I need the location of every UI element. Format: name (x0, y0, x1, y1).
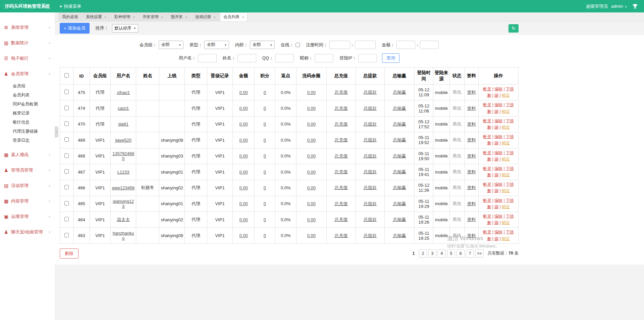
amount-link[interactable]: 0.00 (239, 90, 248, 95)
sidebar-item-activity-manage[interactable]: ▤活动管理∨ (0, 178, 55, 193)
op-delete-link[interactable]: 删 (487, 188, 491, 193)
op-delete-link[interactable]: 删 (487, 109, 491, 114)
op-account-change-link[interactable]: 帐变 (483, 182, 491, 187)
op-lock-link[interactable]: 锁定 (502, 236, 510, 241)
op-account-change-link[interactable]: 帐变 (483, 102, 491, 107)
op-lock-link[interactable]: 锁定 (502, 204, 510, 209)
profile-link[interactable]: 资料 (467, 106, 476, 111)
page-button-4[interactable]: 4 (438, 249, 446, 258)
row-checkbox[interactable] (64, 106, 69, 110)
winloss-link[interactable]: 总输赢 (393, 137, 406, 142)
wash-balance-link[interactable]: 0.00 (307, 106, 316, 111)
winloss-link[interactable]: 总输赢 (393, 185, 406, 190)
wash-balance-link[interactable]: 0.00 (307, 201, 316, 206)
row-checkbox[interactable] (64, 233, 69, 237)
username-link[interactable]: 1357924680 (112, 151, 134, 161)
amount-link[interactable]: 0.00 (239, 153, 248, 158)
sidebar-item-admin-manage[interactable]: ♟管理员管理∨ (0, 163, 55, 178)
sidebar-subitem-account-change-log[interactable]: 账变记录 (0, 109, 55, 118)
profile-link[interactable]: 资料 (467, 169, 476, 174)
op-delete-link[interactable]: 删 (487, 125, 491, 130)
sidebar-collapse-handle[interactable]: ‹ (55, 126, 58, 138)
page-button-3[interactable]: 3 (428, 249, 436, 258)
page-button-2[interactable]: 2 (419, 249, 427, 258)
amount-link[interactable]: 0.00 (239, 185, 248, 190)
op-subordinate-link[interactable]: 下级 (506, 230, 514, 234)
withdraw-link[interactable]: 总提款 (364, 137, 377, 142)
points-link[interactable]: 0 (264, 233, 266, 238)
qq-input[interactable] (275, 54, 294, 62)
op-subordinate-link[interactable]: 下级 (506, 182, 514, 187)
page-button-6[interactable]: 6 (457, 249, 465, 258)
op-account-change-link[interactable]: 帐变 (483, 230, 491, 234)
amount-link[interactable]: 0.00 (239, 138, 248, 143)
login-ip-input[interactable] (358, 54, 377, 62)
op-account-change-link[interactable]: 帐变 (483, 87, 491, 91)
row-checkbox[interactable] (64, 90, 69, 94)
sidebar-item-content-manage[interactable]: ▩内容管理∨ (0, 193, 55, 209)
row-checkbox[interactable] (64, 169, 69, 174)
recharge-link[interactable]: 总充值 (334, 233, 347, 238)
online-checkbox[interactable] (296, 43, 300, 47)
recharge-link[interactable]: 总充值 (334, 185, 347, 190)
member-group-select[interactable]: 全部 ▾ (159, 41, 183, 49)
op-delete-link[interactable]: 删 (487, 204, 491, 209)
nickname-input[interactable] (315, 54, 333, 62)
op-delete-link[interactable]: 删 (487, 141, 491, 145)
op-kick-link[interactable]: 踢 (494, 141, 498, 145)
recharge-link[interactable]: 总充值 (334, 122, 347, 127)
op-edit-link[interactable]: 编辑 (494, 87, 502, 91)
wash-balance-link[interactable]: 0.00 (307, 122, 316, 127)
points-link[interactable]: 0 (264, 122, 266, 127)
profile-link[interactable]: 资料 (467, 137, 476, 142)
profile-link[interactable]: 资料 (467, 122, 476, 127)
op-edit-link[interactable]: 编辑 (494, 119, 502, 123)
withdraw-link[interactable]: 总提款 (364, 233, 377, 238)
wash-balance-link[interactable]: 0.00 (307, 185, 316, 190)
op-delete-link[interactable]: 删 (487, 236, 491, 241)
page-button-5[interactable]: 5 (447, 249, 455, 258)
select-all-checkbox[interactable] (64, 73, 69, 78)
recharge-link[interactable]: 总充值 (334, 90, 347, 95)
op-edit-link[interactable]: 编辑 (494, 198, 502, 203)
winloss-link[interactable]: 总输赢 (393, 106, 406, 111)
sidebar-item-live-video[interactable]: ▦真人视讯∨ (0, 147, 55, 163)
internal-select[interactable]: 全部 ▾ (250, 41, 275, 49)
sidebar-subitem-bank-info[interactable]: 银行信息 (0, 118, 55, 127)
reg-time-start-input[interactable] (329, 41, 350, 49)
op-edit-link[interactable]: 编辑 (494, 166, 502, 171)
username-link[interactable]: hanzhankuo (113, 231, 134, 241)
op-kick-link[interactable]: 踢 (494, 220, 498, 225)
username-link[interactable]: jiaye520 (115, 138, 131, 143)
tab-desktop[interactable]: 我的桌面 (59, 12, 82, 21)
row-checkbox[interactable] (64, 153, 69, 158)
amount-link[interactable]: 0.00 (239, 106, 248, 111)
name-input[interactable] (237, 54, 256, 62)
points-link[interactable]: 0 (264, 201, 266, 206)
points-link[interactable]: 0 (264, 170, 266, 175)
row-checkbox[interactable] (64, 201, 69, 205)
op-delete-link[interactable]: 删 (487, 93, 491, 98)
tab-close-icon[interactable]: × (242, 15, 244, 19)
op-kick-link[interactable]: 踢 (494, 109, 498, 114)
op-edit-link[interactable]: 编辑 (494, 150, 502, 155)
withdraw-link[interactable]: 总提款 (364, 169, 377, 174)
winloss-link[interactable]: 总输赢 (393, 201, 406, 206)
op-subordinate-link[interactable]: 下级 (506, 119, 514, 123)
delete-button[interactable]: 删除 (60, 248, 78, 259)
tab-close-icon[interactable]: × (104, 15, 106, 19)
tab-system-settings[interactable]: 系统设置× (83, 12, 110, 21)
sort-select[interactable]: 默认排序 ▾ (112, 24, 139, 33)
withdraw-link[interactable]: 总提款 (364, 201, 377, 206)
tab-member-list[interactable]: 会员列表× (220, 12, 247, 21)
op-lock-link[interactable]: 锁定 (502, 188, 510, 193)
profile-link[interactable]: 资料 (467, 201, 476, 206)
recharge-link[interactable]: 总充值 (334, 137, 347, 142)
amount-min-input[interactable] (396, 41, 415, 49)
op-edit-link[interactable]: 编辑 (494, 134, 502, 139)
op-lock-link[interactable]: 锁定 (502, 173, 510, 177)
op-account-change-link[interactable]: 帐变 (483, 119, 491, 123)
op-lock-link[interactable]: 锁定 (502, 93, 510, 98)
winloss-link[interactable]: 总输赢 (393, 122, 406, 127)
tab-pre-draw[interactable]: 预开奖× (167, 12, 191, 21)
